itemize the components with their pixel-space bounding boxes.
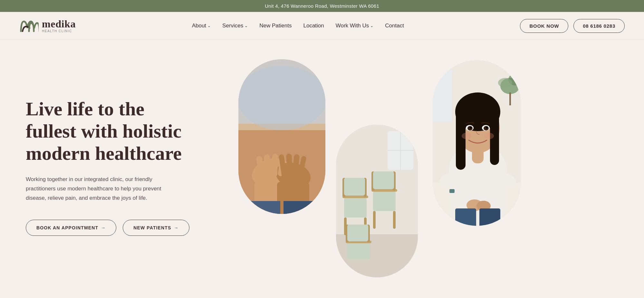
site-header: medika HEALTH CLINIC About ⌄ Services ⌄ … [0,12,644,40]
svg-rect-24 [344,178,365,196]
address-bar: Unit 4, 476 Wanneroo Road, Westminster W… [0,0,644,12]
svg-rect-28 [373,192,396,211]
svg-rect-33 [393,211,396,229]
logo-tagline: HEALTH CLINIC [42,30,76,33]
svg-rect-68 [455,208,476,227]
main-nav: About ⌄ Services ⌄ New Patients Location… [192,23,404,29]
phone-button[interactable]: 08 6186 0283 [573,19,625,33]
svg-point-2 [238,66,325,130]
svg-rect-21 [344,198,367,217]
chevron-down-icon: ⌄ [207,24,211,28]
hands-illustration [238,59,325,214]
logo-icon [19,18,39,34]
hero-images [213,59,625,298]
svg-point-46 [498,78,512,88]
hero-title: Live life to the fullest with holistic m… [26,98,193,165]
svg-rect-32 [373,211,376,229]
svg-point-66 [462,133,471,139]
svg-rect-8 [272,154,278,177]
logo-text-area: medika HEALTH CLINIC [42,19,76,33]
logo[interactable]: medika HEALTH CLINIC [19,18,76,34]
svg-rect-16 [238,201,280,214]
svg-rect-31 [373,171,394,189]
hero-image-woman [432,59,522,227]
svg-rect-17 [284,201,325,214]
chevron-down-icon: ⌄ [370,24,373,28]
hero-image-hands [238,59,325,214]
logo-brand-name: medika [42,19,76,29]
book-now-button[interactable]: BOOK NOW [520,19,568,33]
hero-description: Working together in our integrated clini… [26,175,168,203]
nav-location[interactable]: Location [303,23,324,29]
woman-illustration [433,60,522,227]
svg-rect-70 [449,189,455,193]
new-patients-button[interactable]: NEW PATIENTS → [123,220,189,236]
address-text: Unit 4, 476 Wanneroo Road, Westminster W… [265,3,379,9]
hero-cta-group: BOOK AN APPOINTMENT → NEW PATIENTS → [26,220,193,236]
svg-rect-47 [509,92,511,105]
hero-image-chairs [335,124,419,278]
arrow-icon: → [101,225,106,230]
nav-about[interactable]: About ⌄ [192,23,211,29]
arrow-icon: → [174,225,178,230]
svg-rect-69 [479,208,500,227]
svg-rect-38 [347,225,368,241]
hero-content: Live life to the fullest with holistic m… [26,59,193,236]
nav-work-with-us[interactable]: Work With Us ⌄ [336,23,374,29]
nav-contact[interactable]: Contact [385,23,404,29]
svg-point-65 [486,127,488,129]
svg-rect-35 [347,243,370,259]
svg-rect-58 [456,112,466,170]
hero-section: Live life to the fullest with holistic m… [0,40,644,298]
svg-point-64 [470,127,472,129]
nav-new-patients[interactable]: New Patients [259,23,292,29]
chevron-down-icon: ⌄ [245,24,248,28]
book-appointment-button[interactable]: BOOK AN APPOINTMENT → [26,220,116,236]
svg-rect-48 [433,70,452,121]
nav-services[interactable]: Services ⌄ [222,23,248,29]
svg-point-67 [484,133,494,139]
chairs-illustration [336,125,419,278]
header-actions: BOOK NOW 08 6186 0283 [520,19,625,33]
